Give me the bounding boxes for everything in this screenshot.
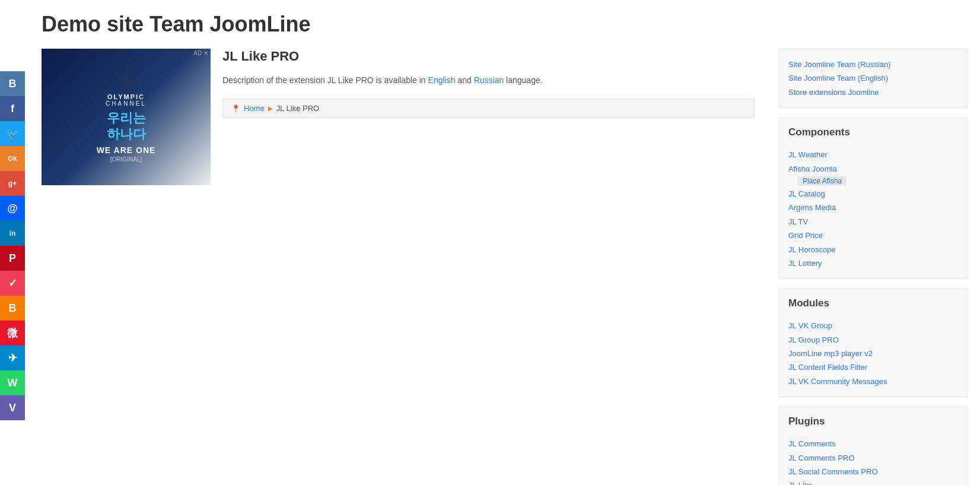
olympic-channel-text: OLYMPIC (107, 93, 145, 100)
korean-text: 우리는하나다 (107, 110, 146, 142)
components-heading: Components (788, 126, 958, 142)
jl-group-pro-link[interactable]: JL Group PRO (788, 333, 958, 347)
social-sidebar: В f 🐦 ОК g+ @ in P ✓ B 微 ✈ W V (0, 71, 25, 420)
social-btn-ok[interactable]: ОК (0, 146, 25, 171)
desc-and: and (455, 75, 473, 85)
lang-english-link[interactable]: English (428, 75, 456, 85)
ad-label: AD ✕ (193, 50, 208, 56)
jl-vk-group-link[interactable]: JL VK Group (788, 319, 958, 332)
desc-prefix: Description of the extension JL Like PRO… (222, 75, 428, 85)
main-area: Demo site Team JoomLine AD ✕ ⑤ OLYMPIC C… (30, 0, 980, 485)
jl-like-link[interactable]: JL Like (788, 478, 958, 485)
right-sidebar: Site Joomline Team (Russian) Site Joomli… (778, 49, 968, 485)
jl-comments-pro-link[interactable]: JL Comments PRO (788, 451, 958, 465)
social-btn-pi[interactable]: P (0, 246, 25, 271)
advertisement: AD ✕ ⑤ OLYMPIC CHANNEL 우리는하나다 WE ARE ONE… (42, 49, 211, 185)
original-label: [ORIGINAL] (110, 156, 142, 163)
place-afisha-link[interactable]: Place Afisha (798, 176, 847, 186)
olympic-channel-label: CHANNEL (106, 100, 147, 107)
site-joomline-russian-link[interactable]: Site Joomline Team (Russian) (788, 58, 958, 71)
jl-comments-link[interactable]: JL Comments (788, 437, 958, 451)
desc-suffix: language. (504, 75, 542, 85)
lang-russian-link[interactable]: Russian (474, 75, 504, 85)
we-are-one-text: WE ARE ONE (97, 145, 156, 155)
jl-lottery-link[interactable]: JL Lottery (788, 256, 958, 270)
site-joomline-english-link[interactable]: Site Joomline Team (English) (788, 71, 958, 85)
modules-heading: Modules (788, 297, 958, 313)
plugins-box: Plugins JL Comments JL Comments PRO JL S… (778, 407, 968, 485)
social-btn-mail[interactable]: @ (0, 196, 25, 221)
top-links-box: Site Joomline Team (Russian) Site Joomli… (778, 49, 968, 108)
modules-box: Modules JL VK Group JL Group PRO JoomLin… (778, 289, 968, 397)
site-title: Demo site Team JoomLine (42, 12, 968, 37)
grid-price-link[interactable]: Grid Price (788, 229, 958, 242)
jl-vk-community-link[interactable]: JL VK Community Messages (788, 375, 958, 388)
social-btn-tg[interactable]: ✈ (0, 345, 25, 370)
jl-social-comments-pro-link[interactable]: JL Social Comments PRO (788, 465, 958, 478)
olympic-rings-icon: ⑤ (119, 71, 133, 91)
social-btn-vk[interactable]: В (0, 71, 25, 96)
jl-content-fields-link[interactable]: JL Content Fields Filter (788, 360, 958, 374)
store-extensions-link[interactable]: Store extensions Joomline (788, 85, 958, 99)
social-btn-fb[interactable]: f (0, 96, 25, 121)
jl-horoscope-link[interactable]: JL Horoscope (788, 243, 958, 256)
jl-tv-link[interactable]: JL TV (788, 215, 958, 229)
jl-catalog-link[interactable]: JL Catalog (788, 187, 958, 201)
social-btn-tw[interactable]: 🐦 (0, 121, 25, 146)
social-btn-gplus[interactable]: g+ (0, 171, 25, 196)
social-btn-blogger[interactable]: B (0, 296, 25, 321)
argens-media-link[interactable]: Argens Media (788, 201, 958, 214)
social-btn-pocket[interactable]: ✓ (0, 271, 25, 296)
components-box: Components JL Weather Afisha Joomla Plac… (778, 118, 968, 279)
breadcrumb-separator: ▶ (268, 105, 273, 112)
joomline-mp3-link[interactable]: JoomLine mp3 player v2 (788, 347, 958, 360)
social-btn-wa[interactable]: W (0, 370, 25, 395)
article-content: JL Like PRO Description of the extension… (222, 49, 755, 118)
article-description: Description of the extension JL Like PRO… (222, 74, 755, 87)
plugins-heading: Plugins (788, 416, 958, 431)
article-title: JL Like PRO (222, 49, 755, 64)
breadcrumb-home[interactable]: Home (244, 104, 265, 113)
breadcrumb: 📍 Home ▶ JL Like PRO (222, 99, 755, 118)
afisha-joomla-link[interactable]: Afisha Joomla (788, 162, 958, 176)
social-btn-viber[interactable]: V (0, 395, 25, 420)
social-btn-li[interactable]: in (0, 221, 25, 246)
social-btn-weibo[interactable]: 微 (0, 321, 25, 345)
breadcrumb-current: JL Like PRO (276, 104, 320, 113)
jl-weather-link[interactable]: JL Weather (788, 148, 958, 161)
location-icon: 📍 (231, 104, 240, 113)
